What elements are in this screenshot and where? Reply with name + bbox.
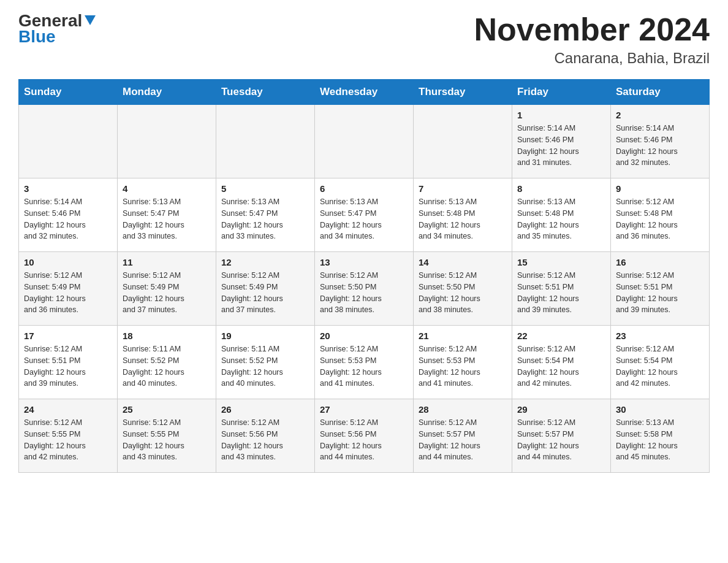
header-monday: Monday bbox=[118, 80, 216, 105]
table-row: 29Sunrise: 5:12 AM Sunset: 5:57 PM Dayli… bbox=[512, 399, 611, 473]
table-row: 2Sunrise: 5:14 AM Sunset: 5:46 PM Daylig… bbox=[611, 105, 710, 178]
day-info: Sunrise: 5:12 AM Sunset: 5:51 PM Dayligh… bbox=[517, 270, 605, 316]
table-row bbox=[118, 105, 216, 178]
day-info: Sunrise: 5:14 AM Sunset: 5:46 PM Dayligh… bbox=[517, 123, 605, 169]
table-row: 18Sunrise: 5:11 AM Sunset: 5:52 PM Dayli… bbox=[118, 326, 216, 399]
day-info: Sunrise: 5:12 AM Sunset: 5:54 PM Dayligh… bbox=[517, 343, 605, 389]
table-row: 6Sunrise: 5:13 AM Sunset: 5:47 PM Daylig… bbox=[315, 178, 414, 252]
day-number: 28 bbox=[419, 404, 507, 415]
day-number: 7 bbox=[419, 183, 507, 194]
table-row: 23Sunrise: 5:12 AM Sunset: 5:54 PM Dayli… bbox=[611, 326, 710, 399]
table-row: 24Sunrise: 5:12 AM Sunset: 5:55 PM Dayli… bbox=[19, 399, 118, 473]
day-number: 18 bbox=[123, 331, 211, 341]
day-number: 9 bbox=[616, 183, 704, 194]
day-number: 10 bbox=[24, 257, 112, 267]
table-row: 3Sunrise: 5:14 AM Sunset: 5:46 PM Daylig… bbox=[19, 178, 118, 252]
logo: General Blue bbox=[18, 12, 97, 47]
table-row: 14Sunrise: 5:12 AM Sunset: 5:50 PM Dayli… bbox=[414, 252, 512, 326]
day-info: Sunrise: 5:12 AM Sunset: 5:57 PM Dayligh… bbox=[419, 417, 507, 463]
day-number: 5 bbox=[221, 183, 309, 194]
table-row: 4Sunrise: 5:13 AM Sunset: 5:47 PM Daylig… bbox=[118, 178, 216, 252]
day-info: Sunrise: 5:13 AM Sunset: 5:47 PM Dayligh… bbox=[123, 196, 211, 242]
day-number: 11 bbox=[123, 257, 211, 267]
table-row: 20Sunrise: 5:12 AM Sunset: 5:53 PM Dayli… bbox=[315, 326, 414, 399]
day-info: Sunrise: 5:12 AM Sunset: 5:50 PM Dayligh… bbox=[320, 270, 408, 316]
day-info: Sunrise: 5:11 AM Sunset: 5:52 PM Dayligh… bbox=[123, 343, 211, 389]
page-header: General Blue November 2024 Canarana, Bah… bbox=[18, 12, 710, 67]
day-info: Sunrise: 5:12 AM Sunset: 5:49 PM Dayligh… bbox=[123, 270, 211, 316]
table-row: 25Sunrise: 5:12 AM Sunset: 5:55 PM Dayli… bbox=[118, 399, 216, 473]
day-number: 27 bbox=[320, 404, 408, 415]
table-row: 26Sunrise: 5:12 AM Sunset: 5:56 PM Dayli… bbox=[216, 399, 315, 473]
day-info: Sunrise: 5:11 AM Sunset: 5:52 PM Dayligh… bbox=[221, 343, 309, 389]
day-info: Sunrise: 5:12 AM Sunset: 5:51 PM Dayligh… bbox=[616, 270, 704, 316]
calendar-week-row: 3Sunrise: 5:14 AM Sunset: 5:46 PM Daylig… bbox=[19, 178, 710, 252]
day-info: Sunrise: 5:12 AM Sunset: 5:54 PM Dayligh… bbox=[616, 343, 704, 389]
logo-blue: Blue bbox=[18, 27, 56, 47]
day-info: Sunrise: 5:14 AM Sunset: 5:46 PM Dayligh… bbox=[24, 196, 112, 242]
calendar-table: Sunday Monday Tuesday Wednesday Thursday… bbox=[18, 79, 710, 473]
day-info: Sunrise: 5:13 AM Sunset: 5:58 PM Dayligh… bbox=[616, 417, 704, 463]
day-number: 22 bbox=[517, 331, 605, 341]
day-number: 25 bbox=[123, 404, 211, 415]
table-row bbox=[414, 105, 512, 178]
weekday-header-row: Sunday Monday Tuesday Wednesday Thursday… bbox=[19, 80, 710, 105]
day-info: Sunrise: 5:12 AM Sunset: 5:53 PM Dayligh… bbox=[419, 343, 507, 389]
day-info: Sunrise: 5:12 AM Sunset: 5:48 PM Dayligh… bbox=[616, 196, 704, 242]
title-section: November 2024 Canarana, Bahia, Brazil bbox=[474, 12, 710, 67]
day-info: Sunrise: 5:12 AM Sunset: 5:53 PM Dayligh… bbox=[320, 343, 408, 389]
table-row: 16Sunrise: 5:12 AM Sunset: 5:51 PM Dayli… bbox=[611, 252, 710, 326]
day-info: Sunrise: 5:12 AM Sunset: 5:51 PM Dayligh… bbox=[24, 343, 112, 389]
day-number: 24 bbox=[24, 404, 112, 415]
day-info: Sunrise: 5:12 AM Sunset: 5:55 PM Dayligh… bbox=[123, 417, 211, 463]
table-row: 21Sunrise: 5:12 AM Sunset: 5:53 PM Dayli… bbox=[414, 326, 512, 399]
day-info: Sunrise: 5:12 AM Sunset: 5:50 PM Dayligh… bbox=[419, 270, 507, 316]
day-info: Sunrise: 5:12 AM Sunset: 5:56 PM Dayligh… bbox=[221, 417, 309, 463]
day-number: 15 bbox=[517, 257, 605, 267]
calendar-week-row: 10Sunrise: 5:12 AM Sunset: 5:49 PM Dayli… bbox=[19, 252, 710, 326]
day-info: Sunrise: 5:14 AM Sunset: 5:46 PM Dayligh… bbox=[616, 123, 704, 169]
day-info: Sunrise: 5:12 AM Sunset: 5:49 PM Dayligh… bbox=[221, 270, 309, 316]
day-number: 3 bbox=[24, 183, 112, 194]
table-row: 15Sunrise: 5:12 AM Sunset: 5:51 PM Dayli… bbox=[512, 252, 611, 326]
table-row: 5Sunrise: 5:13 AM Sunset: 5:47 PM Daylig… bbox=[216, 178, 315, 252]
header-wednesday: Wednesday bbox=[315, 80, 414, 105]
day-number: 21 bbox=[419, 331, 507, 341]
header-sunday: Sunday bbox=[19, 80, 118, 105]
day-number: 16 bbox=[616, 257, 704, 267]
calendar-week-row: 1Sunrise: 5:14 AM Sunset: 5:46 PM Daylig… bbox=[19, 105, 710, 178]
day-info: Sunrise: 5:13 AM Sunset: 5:48 PM Dayligh… bbox=[517, 196, 605, 242]
day-number: 1 bbox=[517, 110, 605, 120]
day-number: 20 bbox=[320, 331, 408, 341]
day-number: 2 bbox=[616, 110, 704, 120]
table-row: 17Sunrise: 5:12 AM Sunset: 5:51 PM Dayli… bbox=[19, 326, 118, 399]
day-info: Sunrise: 5:13 AM Sunset: 5:47 PM Dayligh… bbox=[221, 196, 309, 242]
day-number: 13 bbox=[320, 257, 408, 267]
svg-marker-0 bbox=[85, 15, 96, 25]
table-row bbox=[216, 105, 315, 178]
table-row: 9Sunrise: 5:12 AM Sunset: 5:48 PM Daylig… bbox=[611, 178, 710, 252]
day-number: 30 bbox=[616, 404, 704, 415]
table-row: 10Sunrise: 5:12 AM Sunset: 5:49 PM Dayli… bbox=[19, 252, 118, 326]
table-row: 19Sunrise: 5:11 AM Sunset: 5:52 PM Dayli… bbox=[216, 326, 315, 399]
table-row: 11Sunrise: 5:12 AM Sunset: 5:49 PM Dayli… bbox=[118, 252, 216, 326]
table-row: 22Sunrise: 5:12 AM Sunset: 5:54 PM Dayli… bbox=[512, 326, 611, 399]
table-row bbox=[315, 105, 414, 178]
header-tuesday: Tuesday bbox=[216, 80, 315, 105]
calendar-week-row: 17Sunrise: 5:12 AM Sunset: 5:51 PM Dayli… bbox=[19, 326, 710, 399]
day-info: Sunrise: 5:12 AM Sunset: 5:56 PM Dayligh… bbox=[320, 417, 408, 463]
day-number: 17 bbox=[24, 331, 112, 341]
table-row: 27Sunrise: 5:12 AM Sunset: 5:56 PM Dayli… bbox=[315, 399, 414, 473]
day-number: 29 bbox=[517, 404, 605, 415]
table-row: 12Sunrise: 5:12 AM Sunset: 5:49 PM Dayli… bbox=[216, 252, 315, 326]
day-number: 6 bbox=[320, 183, 408, 194]
calendar-week-row: 24Sunrise: 5:12 AM Sunset: 5:55 PM Dayli… bbox=[19, 399, 710, 473]
day-number: 26 bbox=[221, 404, 309, 415]
table-row bbox=[19, 105, 118, 178]
table-row: 28Sunrise: 5:12 AM Sunset: 5:57 PM Dayli… bbox=[414, 399, 512, 473]
day-number: 23 bbox=[616, 331, 704, 341]
header-saturday: Saturday bbox=[611, 80, 710, 105]
header-friday: Friday bbox=[512, 80, 611, 105]
table-row: 1Sunrise: 5:14 AM Sunset: 5:46 PM Daylig… bbox=[512, 105, 611, 178]
day-info: Sunrise: 5:13 AM Sunset: 5:48 PM Dayligh… bbox=[419, 196, 507, 242]
